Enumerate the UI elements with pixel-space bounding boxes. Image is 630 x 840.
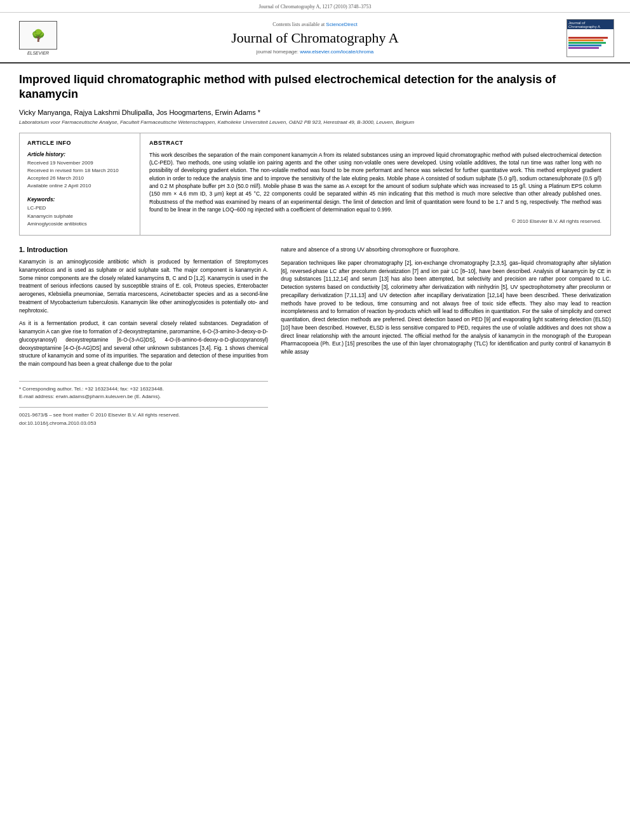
cover-chart-lines [567,29,613,57]
history-item-1: Received in revised form 18 March 2010 [27,167,132,175]
abstract-heading: ABSTRACT [149,140,601,146]
abstract-panel: ABSTRACT This work describes the separat… [140,133,610,235]
main-content: Improved liquid chromatographic method w… [0,63,630,441]
elsevier-tree-icon: 🌳 [31,30,45,41]
body-two-col: 1. Introduction Kanamycin is an aminogly… [19,246,611,427]
journal-homepage-line: journal homepage: www.elsevier.com/locat… [64,49,566,55]
keywords-label: Keywords: [27,196,132,203]
history-item-2: Accepted 26 March 2010 [27,175,132,182]
keyword-2: Aminoglycoside antibiotics [27,220,132,229]
sciencedirect-label: Contents lists available at [272,22,325,27]
authors-text: Vicky Manyanga, Rajya Lakshmi Dhulipalla… [19,109,260,116]
article-info-abstract-box: ARTICLE INFO Article history: Received 1… [19,133,611,236]
elsevier-logo: 🌳 ELSEVIER [13,21,64,55]
article-title: Improved liquid chromatographic method w… [19,72,611,102]
article-history-label: Article history: [27,151,132,157]
copyright-line: © 2010 Elsevier B.V. All rights reserved… [149,218,601,224]
journal-header: 🌳 ELSEVIER Contents lists available at S… [0,13,630,63]
history-item-3: Available online 2 April 2010 [27,182,132,190]
cover-line-5 [568,47,599,49]
right-para-1: nature and absence of a strong UV absorb… [281,246,611,254]
elsevier-logo-box: 🌳 [19,21,57,50]
elsevier-label: ELSEVIER [27,51,49,55]
body-col-left: 1. Introduction Kanamycin is an aminogly… [19,246,268,427]
journal-cover-container: Journal ofChromatography A [566,19,617,57]
cover-top-text: Journal ofChromatography A [568,21,600,29]
journal-citation-text: Journal of Chromatography A, 1217 (2010)… [258,4,371,10]
journal-homepage-label: journal homepage: [257,49,298,55]
sciencedirect-link[interactable]: ScienceDirect [326,22,357,27]
elsevier-logo-container: 🌳 ELSEVIER [13,21,64,55]
footnote-email: E-mail address: erwin.adams@pharm.kuleuv… [19,393,268,401]
article-history-section: Article history: Received 19 November 20… [27,151,132,190]
affiliation-text: Laboratorium voor Farmaceutische Analyse… [19,119,611,125]
article-info-panel: ARTICLE INFO Article history: Received 1… [20,133,140,235]
footer-bar: 0021-9673/$ – see front matter © 2010 El… [19,407,268,428]
keywords-section: Keywords: LC-PED Kanamycin sulphate Amin… [27,196,132,229]
footer-doi: doi:10.1016/j.chroma.2010.03.053 [19,420,268,428]
history-item-0: Received 19 November 2009 [27,159,132,167]
page-wrapper: Journal of Chromatography A, 1217 (2010)… [0,0,630,840]
right-para-2: Separation techniques like paper chromat… [281,259,611,356]
authors-line: Vicky Manyanga, Rajya Lakshmi Dhulipalla… [19,109,611,116]
abstract-text: This work describes the separation of th… [149,151,601,214]
footer-issn: 0021-9673/$ – see front matter © 2010 El… [19,411,268,420]
keyword-0: LC-PED [27,204,132,213]
journal-citation-bar: Journal of Chromatography A, 1217 (2010)… [0,0,630,13]
footnote-section: * Corresponding author. Tel.: +32 163234… [19,381,268,401]
journal-homepage-url[interactable]: www.elsevier.com/locate/chroma [300,49,373,55]
cover-line-2 [568,39,603,41]
footnote-corresponding: * Corresponding author. Tel.: +32 163234… [19,385,268,393]
intro-para-2: As it is a fermentation product, it can … [19,319,268,368]
article-info-heading: ARTICLE INFO [27,140,132,146]
body-col-right: nature and absence of a strong UV absorb… [281,246,611,427]
intro-para-1: Kanamycin is an aminoglycoside antibioti… [19,258,268,314]
journal-header-center: Contents lists available at ScienceDirec… [64,22,566,55]
cover-line-3 [568,42,606,44]
intro-section-title: 1. Introduction [19,246,268,253]
journal-title: Journal of Chromatography A [64,30,566,46]
cover-line-1 [568,37,608,39]
cover-line-4 [568,44,601,46]
journal-cover-image: Journal ofChromatography A [566,19,614,57]
cover-top-bar: Journal ofChromatography A [567,20,613,29]
sciencedirect-line: Contents lists available at ScienceDirec… [64,22,566,27]
keyword-1: Kanamycin sulphate [27,213,132,221]
